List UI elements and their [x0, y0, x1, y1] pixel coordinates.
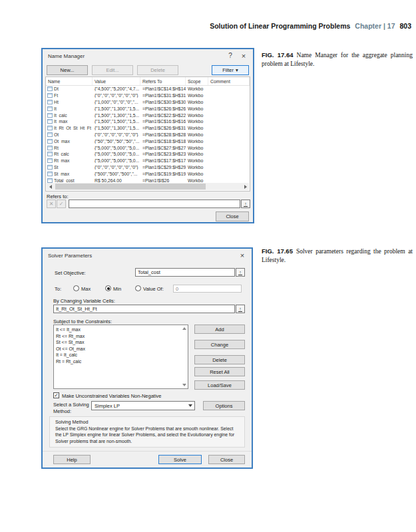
defined-name-icon [47, 178, 53, 183]
max-radio-label[interactable]: Max [81, 286, 91, 292]
table-row[interactable]: It_Rt_Ot_St_Ht_Ft{"1,500","1,300","1,5..… [46, 125, 250, 132]
constraint-item[interactable]: Rt <= Rt_max [56, 333, 188, 340]
options-button[interactable]: Options [203, 401, 245, 410]
table-row[interactable]: St_max{"500","500","500","...=Plan1!$C$1… [46, 170, 250, 177]
table-row[interactable]: Ht{"1,000","0","0","0","...=Plan1!$C$30:… [46, 99, 250, 106]
table-row[interactable]: Ot_max{"50","50","50","50","...=Plan1!$C… [46, 138, 250, 144]
defined-name-icon [47, 126, 53, 130]
cancel-icon[interactable]: ✕ [47, 200, 56, 208]
col-refers-to[interactable]: Refers To [140, 77, 186, 85]
solver-parameters-dialog: Solver Parameters × Set Objective: Total… [41, 247, 253, 469]
value-of-radio[interactable] [135, 285, 141, 291]
fig-64-caption: FIG. 17.64Name Manager for the aggregate… [262, 51, 413, 69]
name-manager-title: Name Manager [48, 53, 85, 59]
table-row[interactable]: St{"0","0","0","0","0","0"}=Plan1!$C$29:… [46, 164, 250, 171]
table-row[interactable]: It_max{"1,500","1,500","1,5...=Plan1!$C$… [46, 118, 250, 125]
defined-name-icon [47, 172, 53, 176]
table-row[interactable]: Rt{"5,000","5,000","5,0...=Plan1!$C$27:$… [46, 144, 250, 151]
constraints-listbox[interactable]: It <= It_max Rt <= Rt_max St <= St_max O… [53, 325, 188, 389]
name-manager-dialog: Name Manager ? × New... Edit... Delete F… [41, 48, 254, 223]
help-icon[interactable]: ? [225, 51, 236, 61]
scroll-left-icon[interactable] [47, 183, 54, 190]
constraints-label: Subject to the Constraints: [53, 319, 112, 325]
solver-titlebar: Solver Parameters × [43, 249, 252, 262]
delete-button[interactable]: Delete [137, 65, 178, 75]
value-of-radio-label[interactable]: Value Of: [143, 286, 164, 292]
constraint-item[interactable]: St <= St_max [56, 339, 188, 346]
constraint-item[interactable]: It = It_calc [56, 352, 188, 358]
close-button[interactable]: Close [208, 455, 245, 464]
refers-to-label: Refers to: [47, 194, 69, 200]
table-row[interactable]: It{"1,500","1,300","1,5...=Plan1!$C$26:$… [46, 105, 250, 112]
defined-name-icon [47, 119, 53, 124]
close-icon[interactable]: × [237, 250, 248, 260]
change-button[interactable]: Change [194, 340, 245, 349]
close-button[interactable]: Close [216, 211, 249, 221]
table-row[interactable]: Rt_max{"5,000","5,000","5,0...=Plan1!$C$… [46, 158, 250, 164]
defined-name-icon [47, 139, 53, 144]
by-changing-label: By Changing Variable Cells: [53, 298, 115, 304]
range-select-icon[interactable]: ↑ [236, 268, 245, 277]
range-select-icon[interactable]: ↑ [236, 305, 245, 313]
close-icon[interactable]: × [238, 51, 249, 61]
solver-title: Solver Parameters [48, 253, 92, 259]
solving-method-value: Simplex LP [92, 403, 186, 409]
defined-name-icon [47, 113, 53, 118]
delete-button[interactable]: Delete [194, 355, 245, 364]
reset-all-button[interactable]: Reset All [194, 367, 245, 376]
non-negative-label[interactable]: Make Unconstrained Variables Non-Negativ… [62, 393, 162, 399]
load-save-button[interactable]: Load/Save [194, 380, 245, 390]
min-radio[interactable] [105, 285, 111, 291]
col-comment[interactable]: Comment [208, 77, 250, 85]
solving-method-description: Select the GRG Nonlinear engine for Solv… [55, 426, 239, 444]
col-value[interactable]: Value [93, 77, 140, 85]
new-button[interactable]: New... [47, 65, 88, 75]
names-table-header[interactable]: Name Value Refers To Scope Comment [46, 77, 250, 86]
variable-cells-input[interactable]: It_Rt_Ot_St_Ht_Ft [53, 305, 235, 313]
defined-name-icon [47, 165, 53, 170]
objective-input[interactable]: Total_cost [135, 268, 235, 277]
range-select-icon[interactable]: ↑ [241, 200, 250, 208]
running-head-title: Solution of Linear Programming Problems [210, 22, 350, 30]
non-negative-checkbox[interactable]: ✓ [53, 392, 59, 398]
filter-button-label: Filter [222, 67, 234, 73]
table-row[interactable]: Ot{"0","0","0","0","0","0"}=Plan1!$C$28:… [46, 132, 250, 138]
solving-method-dropdown[interactable]: Simplex LP [91, 401, 195, 410]
defined-name-icon [47, 158, 53, 163]
scroll-up-icon[interactable] [182, 327, 186, 330]
constraint-item[interactable]: Ot <= Ot_max [56, 346, 188, 352]
filter-button[interactable]: Filter ▾ [212, 65, 249, 75]
horizontal-scrollbar[interactable] [47, 183, 249, 190]
constraint-item[interactable]: It <= It_max [56, 327, 188, 333]
constraint-item[interactable]: Rt = Rt_calc [56, 358, 188, 365]
max-radio[interactable] [73, 285, 79, 291]
names-table[interactable]: Name Value Refers To Scope Comment Dt{"4… [45, 76, 250, 192]
solving-method-groupbox: Solving Method Select the GRG Nonlinear … [49, 416, 245, 448]
table-row[interactable]: It_calc{"1,500","1,300","1,5...=Plan1!$C… [46, 112, 250, 118]
fig-65-label: FIG. 17.65 [262, 247, 293, 255]
refers-to-input[interactable] [69, 200, 240, 208]
defined-name-icon [47, 106, 53, 111]
running-head: Solution of Linear Programming Problems … [210, 22, 411, 30]
col-scope[interactable]: Scope [186, 77, 208, 85]
edit-button[interactable]: Edit... [92, 65, 133, 75]
add-button[interactable]: Add [194, 325, 245, 334]
check-icon[interactable]: ✓ [57, 200, 66, 208]
table-row[interactable]: Rt_calc{"5,000","5,000","5,0...=Plan1!$C… [46, 151, 250, 158]
to-label: To: [55, 286, 61, 292]
solving-method-group-title: Solving Method [55, 419, 89, 425]
book-page: Solution of Linear Programming Problems … [0, 0, 416, 532]
scroll-right-icon[interactable] [242, 183, 249, 190]
table-row[interactable]: Ft{"0","0","0","0","0","0"}=Plan1!$C$31:… [46, 92, 250, 99]
scrollbar-thumb[interactable] [55, 184, 206, 190]
scroll-down-icon[interactable] [182, 384, 186, 386]
min-radio-label[interactable]: Min [113, 286, 121, 292]
help-button[interactable]: Help [53, 455, 91, 464]
footer-divider [43, 451, 252, 452]
value-of-input[interactable]: 0 [173, 285, 242, 293]
fig-64-label: FIG. 17.64 [262, 51, 294, 59]
fig-65-caption: FIG. 17.65Solver parameters regarding th… [262, 247, 413, 265]
solve-button[interactable]: Solve [158, 455, 202, 464]
table-row[interactable]: Dt{"4,500","5,200","4,7...=Plan1!$C$14:$… [46, 86, 250, 92]
col-name[interactable]: Name [46, 77, 93, 85]
